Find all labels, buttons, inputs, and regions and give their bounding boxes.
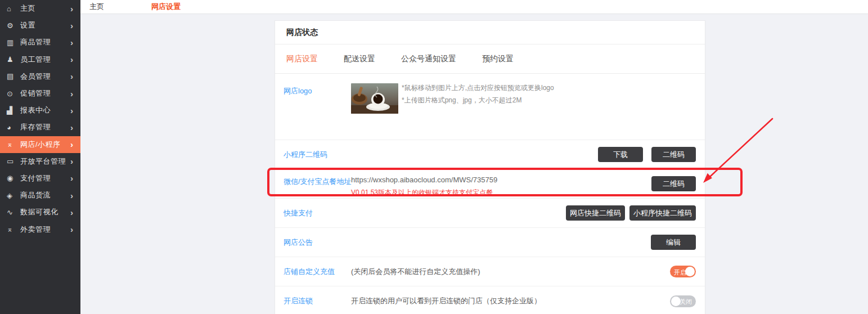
- barcode-icon: ▥: [7, 38, 20, 47]
- sidebar-item-label: 促销管理: [20, 88, 70, 98]
- sidebar-item-promotions[interactable]: ⊙ 促销管理 ›: [0, 85, 80, 102]
- tab-home[interactable]: 主页: [89, 2, 104, 12]
- chevron-right-icon: ›: [70, 106, 73, 115]
- shop-notice-label: 网店公告: [284, 237, 351, 248]
- custom-recharge-label: 店铺自定义充值: [284, 267, 351, 277]
- sidebar-item-label: 商品货流: [20, 190, 70, 200]
- tab-shop-settings[interactable]: 网店设置: [286, 54, 318, 64]
- sidebar-item-label: 商品管理: [20, 37, 70, 47]
- tab-reservation-settings[interactable]: 预约设置: [482, 54, 514, 64]
- row-quick-pay: 快捷支付 网店快捷二维码 小程序快捷二维码: [275, 199, 705, 228]
- sidebar-item-label: 开放平台管理: [20, 156, 70, 167]
- home-icon: ⌂: [7, 5, 20, 13]
- chevron-right-icon: ›: [70, 21, 73, 30]
- sidebar-item-products[interactable]: ▥ 商品管理 ›: [0, 34, 80, 51]
- sidebar-item-label: 支付管理: [20, 173, 70, 183]
- shop-logo-label: 网店logo: [284, 86, 351, 96]
- sidebar-item-label: 外卖管理: [20, 225, 70, 235]
- mini-program-quick-qrcode-button[interactable]: 小程序快捷二维码: [629, 205, 696, 221]
- toggle-knob: [671, 297, 681, 306]
- row-chain-store: 开启连锁 开启连锁的用户可以看到开启连锁的门店（仅支持企业版） 关闭: [275, 286, 705, 314]
- order-url-label: 微信/支付宝点餐地址: [284, 177, 351, 187]
- line-chart-icon: ∿: [7, 208, 20, 217]
- chevron-right-icon: ›: [70, 71, 73, 81]
- storefront-icon: ⌅: [7, 140, 20, 149]
- download-button[interactable]: 下载: [598, 147, 643, 162]
- sidebar-item-label: 数据可视化: [20, 207, 70, 217]
- row-mini-program-qr: 小程序二维码 下载 二维码: [275, 140, 705, 169]
- coin-icon: ◉: [7, 174, 20, 182]
- edit-button[interactable]: 编辑: [651, 235, 696, 250]
- toggle-off-label: 关闭: [680, 298, 692, 306]
- chain-store-label: 开启连锁: [284, 296, 351, 306]
- custom-recharge-toggle[interactable]: 开启: [670, 266, 696, 277]
- quick-pay-label: 快捷支付: [284, 208, 351, 218]
- package-icon: ◈: [7, 191, 20, 200]
- order-url-qrcode-button[interactable]: 二维码: [651, 176, 696, 191]
- sidebar: ⌂ 主页 › ⚙ 设置 › ▥ 商品管理 › ♟ 员工管理 › ▤ 会员管理 ›…: [0, 0, 80, 314]
- sidebar-item-logistics[interactable]: ◈ 商品货流 ›: [0, 187, 80, 204]
- id-card-icon: ▤: [7, 72, 20, 80]
- row-custom-recharge: 店铺自定义充值 (关闭后会员将不能进行自定义充值操作) 开启: [275, 257, 705, 286]
- order-url-version-note: V0.01.53版本及以上的收银端才支持支付宝点餐: [351, 188, 497, 197]
- mini-program-qr-label: 小程序二维码: [284, 150, 351, 160]
- sidebar-item-payment[interactable]: ◉ 支付管理 ›: [0, 170, 80, 187]
- sidebar-item-settings[interactable]: ⚙ 设置 ›: [0, 17, 80, 34]
- sidebar-item-home[interactable]: ⌂ 主页 ›: [0, 0, 80, 17]
- chevron-right-icon: ›: [70, 140, 73, 149]
- custom-recharge-hint: (关闭后会员将不能进行自定义充值操作): [351, 267, 480, 277]
- chain-store-toggle[interactable]: 关闭: [670, 295, 696, 307]
- breadcrumb-bar: 主页 网店设置: [80, 0, 868, 14]
- monitor-icon: ▭: [7, 157, 20, 165]
- logo-hint-format: *上传图片格式png、jpg，大小不超过2M: [402, 96, 554, 105]
- tab-delivery-settings[interactable]: 配送设置: [344, 54, 375, 64]
- order-url-value: https://wxshop.aibaocloud.com/MWS/735759: [351, 175, 497, 185]
- chevron-right-icon: ›: [70, 55, 73, 64]
- bar-chart-icon: ▟: [7, 106, 20, 115]
- logo-hints: *鼠标移动到图片上方,点击对应按钮预览或更换logo *上传图片格式png、jp…: [402, 83, 554, 105]
- shop-logo-image[interactable]: [351, 83, 398, 114]
- sidebar-item-members[interactable]: ▤ 会员管理 ›: [0, 68, 80, 85]
- chevron-right-icon: ›: [70, 38, 73, 47]
- chevron-right-icon: ›: [70, 4, 73, 14]
- sidebar-item-takeout[interactable]: ⌅ 外卖管理 ›: [0, 221, 80, 237]
- sidebar-item-label: 网店/小程序: [20, 140, 70, 150]
- chevron-right-icon: ›: [70, 225, 73, 234]
- qrcode-button[interactable]: 二维码: [651, 147, 696, 162]
- person-icon: ♟: [7, 55, 20, 64]
- settings-tabs: 网店设置 配送设置 公众号通知设置 预约设置: [275, 44, 705, 74]
- toggle-on-label: 开启: [674, 268, 686, 277]
- annotation-arrow-icon: [698, 111, 799, 190]
- sidebar-item-label: 主页: [20, 3, 70, 14]
- chevron-right-icon: ›: [70, 89, 73, 98]
- sidebar-item-online-shop[interactable]: ⌅ 网店/小程序 ›: [0, 136, 80, 153]
- shop-quick-qrcode-button[interactable]: 网店快捷二维码: [566, 205, 625, 221]
- row-shop-notice: 网店公告 编辑: [275, 228, 705, 257]
- sidebar-item-inventory[interactable]: ◕ 库存管理 ›: [0, 119, 80, 136]
- tab-official-account-notify-settings[interactable]: 公众号通知设置: [401, 54, 456, 64]
- panel-header: 网店状态: [275, 21, 705, 44]
- logo-hint-hover: *鼠标移动到图片上方,点击对应按钮预览或更换logo: [402, 83, 554, 92]
- sidebar-item-label: 员工管理: [20, 55, 70, 65]
- storefront-icon: ⌅: [7, 225, 20, 234]
- chevron-right-icon: ›: [70, 208, 73, 217]
- gear-icon: ⚙: [7, 21, 20, 30]
- sidebar-item-staff[interactable]: ♟ 员工管理 ›: [0, 51, 80, 68]
- sidebar-item-label: 报表中心: [20, 105, 70, 115]
- sidebar-item-label: 会员管理: [20, 71, 70, 82]
- sidebar-item-reports[interactable]: ▟ 报表中心 ›: [0, 102, 80, 119]
- panel-title: 网店状态: [286, 28, 318, 38]
- pie-chart-icon: ◕: [7, 123, 20, 132]
- sidebar-item-open-platform[interactable]: ▭ 开放平台管理 ›: [0, 153, 80, 170]
- chevron-right-icon: ›: [70, 173, 73, 183]
- check-circle-icon: ⊙: [7, 89, 20, 98]
- chevron-right-icon: ›: [70, 123, 73, 132]
- row-shop-logo: 网店logo: [275, 74, 705, 140]
- toggle-knob: [685, 267, 695, 276]
- shop-status-panel: 网店状态 网店设置 配送设置 公众号通知设置 预约设置 网店logo: [275, 20, 705, 314]
- sidebar-item-label: 库存管理: [20, 122, 70, 132]
- row-order-url: 微信/支付宝点餐地址 https://wxshop.aibaocloud.com…: [275, 169, 705, 199]
- sidebar-item-label: 设置: [20, 20, 70, 30]
- tab-shop-settings-breadcrumb[interactable]: 网店设置: [151, 2, 181, 12]
- sidebar-item-data-viz[interactable]: ∿ 数据可视化 ›: [0, 204, 80, 221]
